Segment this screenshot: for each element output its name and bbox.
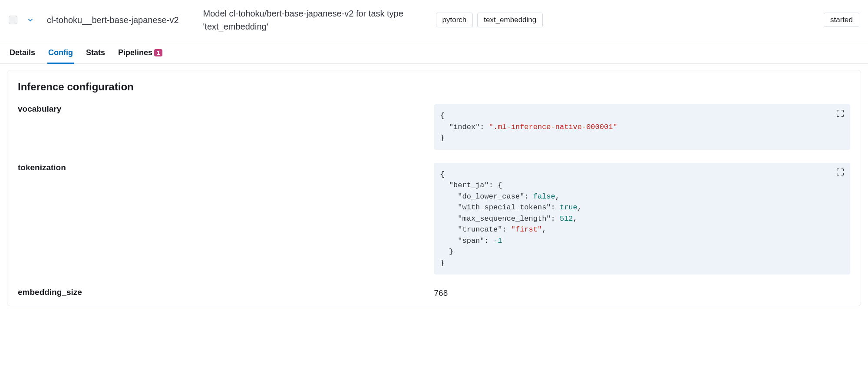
tab-pipelines[interactable]: Pipelines 1 [117, 42, 163, 63]
select-checkbox[interactable] [9, 16, 17, 24]
field-embedding-size: embedding_size 768 [18, 288, 850, 298]
field-label: tokenization [18, 163, 434, 172]
model-name: cl-tohoku__bert-base-japanese-v2 [43, 15, 179, 25]
tabs-bar: Details Config Stats Pipelines 1 [0, 42, 868, 64]
tab-config[interactable]: Config [47, 42, 74, 63]
tab-pipelines-count-badge: 1 [154, 49, 162, 57]
status-wrap: started [824, 16, 859, 24]
expand-button[interactable] [835, 167, 845, 177]
vocabulary-json: { "index": ".ml-inference-native-000001"… [434, 104, 851, 150]
tab-label: Config [48, 48, 73, 57]
model-description: Model cl-tohoku/bert-base-japanese-v2 fo… [203, 7, 429, 33]
panel-title: Inference configuration [18, 81, 850, 93]
badge-framework: pytorch [436, 13, 473, 27]
embedding-size-value: 768 [434, 288, 851, 298]
inference-config-panel: Inference configuration vocabulary { "in… [7, 70, 861, 306]
field-label: vocabulary [18, 104, 434, 114]
field-vocabulary: vocabulary { "index": ".ml-inference-nat… [18, 104, 850, 150]
tab-label: Pipelines [118, 48, 152, 57]
expand-button[interactable] [835, 109, 845, 118]
field-tokenization: tokenization { "bert_ja": { "do_lower_ca… [18, 163, 850, 275]
field-label: embedding_size [18, 288, 434, 297]
model-header-row: cl-tohoku__bert-base-japanese-v2 Model c… [0, 0, 868, 42]
model-badges: pytorch text_embedding [436, 13, 543, 27]
badge-task-type: text_embedding [477, 13, 543, 27]
chevron-down-icon [26, 16, 34, 24]
fullscreen-icon [835, 109, 845, 118]
tokenization-json: { "bert_ja": { "do_lower_case": false, "… [434, 163, 851, 275]
fullscreen-icon [835, 167, 845, 177]
tab-label: Stats [86, 48, 105, 57]
status-badge: started [824, 13, 859, 27]
tab-details[interactable]: Details [9, 42, 36, 63]
expand-toggle[interactable] [24, 16, 36, 24]
tab-label: Details [10, 48, 35, 57]
tab-stats[interactable]: Stats [85, 42, 106, 63]
